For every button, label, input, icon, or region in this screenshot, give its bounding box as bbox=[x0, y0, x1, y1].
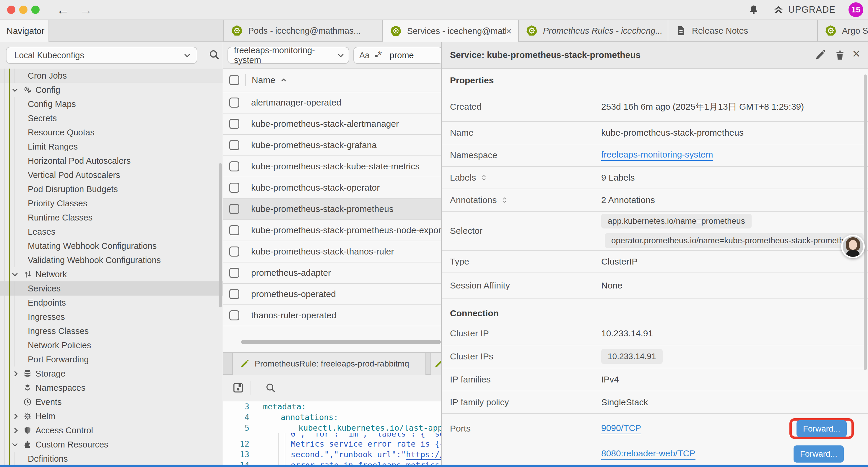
sidebar-scrollbar[interactable] bbox=[219, 163, 222, 308]
sidebar-item-access-control[interactable]: Access Control bbox=[0, 423, 223, 437]
sidebar-item-leases[interactable]: Leases bbox=[0, 225, 223, 239]
service-row-kube-prometheus-stack-prometheus[interactable]: kube-prometheus-stack-prometheus bbox=[223, 199, 441, 220]
service-row-thanos-ruler-operated[interactable]: thanos-ruler-operated bbox=[223, 305, 441, 326]
sidebar-item-pod-disruption-budgets[interactable]: Pod Disruption Budgets bbox=[0, 182, 223, 196]
sidebar-item-definitions[interactable]: Definitions bbox=[0, 451, 223, 465]
detail-scrollbar[interactable] bbox=[864, 75, 867, 370]
sidebar-item-config-maps[interactable]: Config Maps bbox=[0, 97, 223, 111]
tab-argo-se[interactable]: Argo Se bbox=[818, 20, 868, 42]
forward-button[interactable]: Forward... bbox=[797, 420, 847, 437]
editor-search-icon[interactable] bbox=[265, 382, 277, 394]
port-link[interactable]: 9090/TCP bbox=[601, 423, 641, 434]
code-line-4[interactable]: 4annotations: bbox=[223, 412, 441, 423]
sidebar-item-events[interactable]: Events bbox=[0, 395, 223, 409]
panel-tab-navigator[interactable]: Navigator bbox=[0, 20, 49, 42]
namespace-link[interactable]: freeleaps-monitoring-system bbox=[601, 150, 713, 161]
row-checkbox[interactable] bbox=[229, 119, 239, 129]
row-checkbox[interactable] bbox=[229, 289, 239, 299]
sidebar-item-endpoints[interactable]: Endpoints bbox=[0, 296, 223, 310]
tab-prometheus-rules-icecheng[interactable]: Prometheus Rules - icecheng... bbox=[519, 20, 668, 42]
row-checkbox[interactable] bbox=[229, 97, 239, 108]
traffic-light-maximize-icon[interactable] bbox=[31, 6, 39, 14]
code-line-13[interactable]: 13second.","runbook_url":"https://net bbox=[223, 449, 441, 460]
traffic-light-minimize-icon[interactable] bbox=[19, 6, 28, 14]
namespace-select[interactable]: freeleaps-monitoring-system bbox=[227, 47, 349, 64]
row-checkbox[interactable] bbox=[229, 268, 239, 278]
tab-services-icecheng-math[interactable]: Services - icecheng@math...× bbox=[383, 20, 519, 42]
sidebar-item-mutating-webhook-configurations[interactable]: Mutating Webhook Configurations bbox=[0, 239, 223, 253]
code-line-11[interactable]: 110", "for": "1m", "labels": { "service"… bbox=[223, 433, 441, 439]
code-line-3[interactable]: 3metadata: bbox=[223, 401, 441, 412]
sidebar-item-helm[interactable]: HELMHelm bbox=[0, 409, 223, 423]
editor-tab-partial[interactable] bbox=[430, 353, 441, 375]
upgrade-button[interactable]: UPGRADE bbox=[772, 4, 836, 16]
sort-caret-up-icon[interactable] bbox=[279, 76, 288, 84]
sidebar-item-label: Resource Quotas bbox=[28, 128, 95, 138]
case-sensitive-toggle[interactable]: Aa bbox=[359, 51, 370, 60]
sidebar-item-namespaces[interactable]: Namespaces bbox=[0, 381, 223, 395]
service-row-prometheus-adapter[interactable]: prometheus-adapter bbox=[223, 262, 441, 284]
service-row-kube-prometheus-stack-alertmanager[interactable]: kube-prometheus-stack-alertmanager bbox=[223, 114, 441, 135]
sidebar-item-config[interactable]: Config bbox=[0, 83, 223, 97]
service-row-prometheus-operated[interactable]: prometheus-operated bbox=[223, 284, 441, 305]
row-checkbox[interactable] bbox=[229, 310, 239, 320]
sidebar-item-vertical-pod-autoscalers[interactable]: Vertical Pod Autoscalers bbox=[0, 168, 223, 182]
sidebar-item-network[interactable]: Network bbox=[0, 267, 223, 282]
sidebar-item-custom-resources[interactable]: Custom Resources bbox=[0, 437, 223, 451]
code-line-12[interactable]: 12Metrics service error rate is {{ $va bbox=[223, 439, 441, 449]
row-checkbox[interactable] bbox=[229, 246, 239, 257]
editor-tab-prometheusrule[interactable]: PrometheusRule: freeleaps-prod-rabbitmq bbox=[232, 353, 426, 375]
regex-toggle-icon[interactable]: * bbox=[375, 52, 382, 59]
row-checkbox[interactable] bbox=[229, 140, 239, 150]
close-tab-icon[interactable]: × bbox=[506, 25, 512, 37]
code-line-14[interactable]: 14error rate in freeleaps metrics ser bbox=[223, 460, 441, 465]
close-panel-button[interactable]: × bbox=[852, 46, 860, 61]
forward-button[interactable]: Forward... bbox=[794, 445, 844, 463]
traffic-light-close-icon[interactable] bbox=[7, 6, 16, 14]
row-checkbox[interactable] bbox=[229, 225, 239, 235]
sidebar-item-priority-classes[interactable]: Priority Classes bbox=[0, 196, 223, 210]
sidebar-search-icon[interactable] bbox=[208, 49, 220, 61]
horizontal-scrollbar[interactable] bbox=[241, 340, 441, 344]
edit-button[interactable] bbox=[814, 49, 826, 61]
sidebar-item-ingresses[interactable]: Ingresses bbox=[0, 310, 223, 324]
sidebar-item-resource-quotas[interactable]: Resource Quotas bbox=[0, 125, 223, 140]
service-row-kube-prometheus-stack-kube-state-metrics[interactable]: kube-prometheus-stack-kube-state-metrics bbox=[223, 156, 441, 177]
tab-release-notes[interactable]: Release Notes bbox=[668, 20, 818, 42]
column-header-name[interactable]: Name bbox=[252, 75, 275, 85]
sidebar-item-storage[interactable]: Storage bbox=[0, 367, 223, 381]
runbook-link[interactable]: https://net bbox=[406, 450, 441, 460]
sidebar-item-cron-jobs[interactable]: Cron Jobs bbox=[0, 68, 223, 83]
notifications-bell-icon[interactable] bbox=[748, 4, 759, 16]
sidebar-item-horizontal-pod-autoscalers[interactable]: Horizontal Pod Autoscalers bbox=[0, 154, 223, 168]
row-checkbox[interactable] bbox=[229, 183, 239, 193]
row-checkbox[interactable] bbox=[229, 162, 239, 171]
service-row-kube-prometheus-stack-prometheus-node-ex[interactable]: kube-prometheus-stack-prometheus-node-ex… bbox=[223, 220, 441, 241]
sidebar-item-services[interactable]: Services bbox=[0, 282, 223, 296]
service-row-kube-prometheus-stack-operator[interactable]: kube-prometheus-stack-operator bbox=[223, 177, 441, 199]
save-button[interactable] bbox=[232, 382, 244, 394]
port-link[interactable]: 8080:reloader-web/TCP bbox=[601, 448, 695, 460]
sidebar-item-network-policies[interactable]: Network Policies bbox=[0, 338, 223, 352]
kubeconfig-select[interactable]: Local Kubeconfigs bbox=[6, 47, 197, 64]
sidebar-item-ingress-classes[interactable]: Ingress Classes bbox=[0, 324, 223, 338]
sidebar-item-port-forwarding[interactable]: Port Forwarding bbox=[0, 352, 223, 367]
code-line-5[interactable]: 5kubectl.kubernetes.io/last-applied-co bbox=[223, 423, 441, 433]
yaml-editor[interactable]: 3metadata:4annotations:5kubectl.kubernet… bbox=[223, 401, 441, 465]
service-row-kube-prometheus-stack-thanos-ruler[interactable]: kube-prometheus-stack-thanos-ruler bbox=[223, 241, 441, 262]
forward-button[interactable]: → bbox=[80, 3, 92, 16]
row-checkbox[interactable] bbox=[229, 204, 239, 214]
tab-pods-icecheng-mathmas[interactable]: Pods - icecheng@mathmas... bbox=[224, 20, 383, 42]
sidebar-item-limit-ranges[interactable]: Limit Ranges bbox=[0, 140, 223, 154]
avatar[interactable] bbox=[841, 235, 865, 258]
service-row-alertmanager-operated[interactable]: alertmanager-operated bbox=[223, 92, 441, 114]
resource-search-input[interactable]: Aa * prome bbox=[353, 47, 441, 64]
notification-badge[interactable]: 15 bbox=[848, 2, 863, 17]
sidebar-item-secrets[interactable]: Secrets bbox=[0, 111, 223, 125]
sidebar-item-validating-webhook-configurations[interactable]: Validating Webhook Configurations bbox=[0, 253, 223, 267]
sidebar-item-runtime-classes[interactable]: Runtime Classes bbox=[0, 210, 223, 225]
select-all-checkbox[interactable] bbox=[229, 75, 239, 85]
delete-button[interactable] bbox=[834, 49, 846, 61]
back-button[interactable]: ← bbox=[56, 3, 69, 16]
service-row-kube-prometheus-stack-grafana[interactable]: kube-prometheus-stack-grafana bbox=[223, 135, 441, 156]
